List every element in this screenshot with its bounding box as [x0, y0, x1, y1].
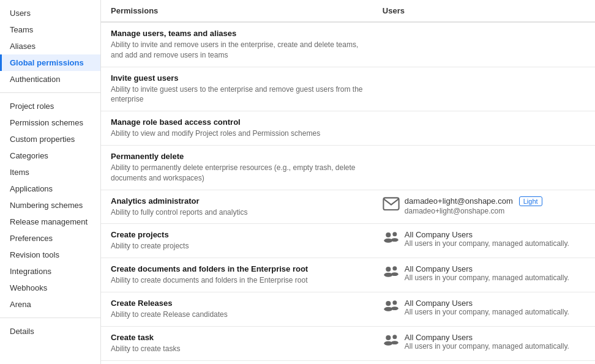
sidebar-item-items[interactable]: Items: [0, 164, 100, 180]
perm-title: Create Releases: [111, 299, 363, 308]
group-sub: All users in your company, managed autom…: [405, 308, 569, 316]
email-icon: [383, 197, 400, 210]
group-icon: [383, 333, 400, 347]
permission-cell: Manage users, teams and aliases Ability …: [101, 22, 373, 67]
user-info: All Company Users All users in your comp…: [405, 333, 569, 351]
sidebar-item-global-permissions[interactable]: Global permissions: [0, 54, 100, 71]
sidebar-item-release-management[interactable]: Release management: [0, 214, 100, 230]
users-cell: All Company Users All users in your comp…: [373, 224, 595, 258]
svg-point-5: [386, 267, 391, 272]
sidebar-item-aliases[interactable]: Aliases: [0, 38, 100, 54]
svg-point-9: [386, 301, 391, 306]
sidebar-item-custom-properties[interactable]: Custom properties: [0, 131, 100, 147]
perm-title: Create projects: [111, 230, 363, 239]
users-cell: All Company Users All users in your comp…: [373, 292, 595, 326]
main-content: Permissions Users Manage users, teams an…: [101, 0, 595, 364]
email-subtext: damadeo+light@onshape.com: [405, 207, 542, 215]
svg-point-12: [391, 306, 399, 310]
svg-point-13: [386, 335, 391, 340]
perm-title: Analytics administrator: [111, 196, 363, 206]
sidebar-item-numbering-schemes[interactable]: Numbering schemes: [0, 197, 100, 214]
permission-cell: Create task Ability to create tasks: [101, 326, 373, 360]
svg-point-8: [391, 272, 399, 276]
light-badge: Light: [519, 196, 542, 206]
perm-desc: Ability to invite guest users to the ent…: [111, 84, 363, 105]
svg-point-6: [384, 273, 392, 277]
perm-desc: Ability to view and modify Project roles…: [111, 128, 363, 139]
table-row: Create task Ability to create tasks All …: [101, 326, 595, 360]
svg-point-16: [391, 341, 399, 344]
table-row: Invite guest users Ability to invite gue…: [101, 67, 595, 111]
sidebar-divider: [0, 92, 100, 93]
perm-title: Invite guest users: [111, 73, 363, 83]
group-icon: [383, 231, 400, 244]
svg-point-10: [384, 307, 392, 311]
users-cell: damadeo+light@onshape.com Light damadeo+…: [373, 190, 595, 224]
permission-cell: Create Releases Ability to create Releas…: [101, 292, 373, 326]
sidebar-item-users[interactable]: Users: [0, 5, 100, 21]
svg-point-2: [384, 239, 392, 243]
svg-point-15: [392, 335, 397, 339]
perm-desc: Ability to permanently delete enterprise…: [111, 163, 363, 184]
table-row: Create projects Ability to create projec…: [101, 224, 595, 258]
email-address: damadeo+light@onshape.com: [405, 196, 513, 206]
group-user-entry: All Company Users All users in your comp…: [383, 333, 585, 351]
users-cell: All Company Users All users in your comp…: [373, 258, 595, 292]
user-info: All Company Users All users in your comp…: [405, 299, 569, 316]
svg-point-14: [384, 341, 392, 346]
email-name-row: damadeo+light@onshape.com Light: [405, 196, 542, 206]
users-cell: All Company Users All users in your comp…: [373, 326, 595, 360]
permission-cell: Analytics administrator Ability to fully…: [101, 190, 373, 224]
sidebar-item-permission-schemes[interactable]: Permission schemes: [0, 114, 100, 131]
sidebar-item-revision-tools[interactable]: Revision tools: [0, 247, 100, 263]
users-cell: [373, 67, 595, 111]
users-cell: [373, 111, 595, 146]
permission-cell: Manage role based access control Ability…: [101, 111, 373, 146]
sidebar-item-teams[interactable]: Teams: [0, 21, 100, 38]
users-cell: [373, 145, 595, 190]
perm-title: Create documents and folders in the Ente…: [111, 264, 363, 273]
perm-desc: Ability to create Release candidates: [111, 310, 363, 320]
group-user-entry: All Company Users All users in your comp…: [383, 264, 585, 282]
sidebar-item-applications[interactable]: Applications: [0, 180, 100, 197]
col-header-users: Users: [373, 0, 595, 22]
sidebar-item-integrations[interactable]: Integrations: [0, 263, 100, 280]
permission-cell: Invite guest users Ability to invite gue…: [101, 67, 373, 111]
sidebar-item-webhooks[interactable]: Webhooks: [0, 280, 100, 296]
perm-title: Manage role based access control: [111, 117, 363, 127]
perm-desc: Ability to fully control reports and ana…: [111, 207, 363, 218]
group-user-entry: All Company Users All users in your comp…: [383, 230, 585, 248]
col-header-permissions: Permissions: [101, 0, 373, 22]
sidebar-item-details[interactable]: Details: [0, 323, 100, 340]
perm-desc: Ability to create tasks: [111, 344, 363, 354]
table-row: Manage role based access control Ability…: [101, 111, 595, 146]
sidebar-item-arena[interactable]: Arena: [0, 296, 100, 313]
users-cell: [373, 22, 595, 67]
sidebar-item-categories[interactable]: Categories: [0, 147, 100, 164]
table-row: Analytics administrator Ability to fully…: [101, 190, 595, 224]
sidebar-item-authentication[interactable]: Authentication: [0, 71, 100, 87]
sidebar: UsersTeamsAliasesGlobal permissionsAuthe…: [0, 0, 101, 364]
permission-cell: Create documents and folders in the Ente…: [101, 258, 373, 292]
svg-point-4: [391, 239, 399, 242]
group-sub: All users in your company, managed autom…: [405, 239, 569, 248]
table-row: Permanently delete Ability to permanentl…: [101, 145, 595, 190]
svg-point-3: [392, 232, 397, 237]
group-icon: [383, 265, 400, 278]
perm-title: Permanently delete: [111, 152, 363, 161]
group-sub: All users in your company, managed autom…: [405, 342, 569, 351]
table-row: Create documents and folders in the Ente…: [101, 258, 595, 292]
email-user-entry: damadeo+light@onshape.com Light damadeo+…: [383, 196, 585, 215]
user-info: All Company Users All users in your comp…: [405, 230, 569, 248]
group-sub: All users in your company, managed autom…: [405, 273, 569, 282]
permission-cell: Create projects Ability to create projec…: [101, 224, 373, 258]
perm-desc: Ability to create projects: [111, 241, 363, 251]
svg-point-7: [392, 267, 397, 271]
user-info: All Company Users All users in your comp…: [405, 264, 569, 282]
perm-desc: Ability to invite and remove users in th…: [111, 40, 363, 61]
perm-desc: Ability to create documents and folders …: [111, 275, 363, 286]
group-name: All Company Users: [405, 333, 569, 342]
permission-cell: Permanently delete Ability to permanentl…: [101, 145, 373, 190]
sidebar-item-preferences[interactable]: Preferences: [0, 230, 100, 247]
sidebar-item-project-roles[interactable]: Project roles: [0, 98, 100, 114]
